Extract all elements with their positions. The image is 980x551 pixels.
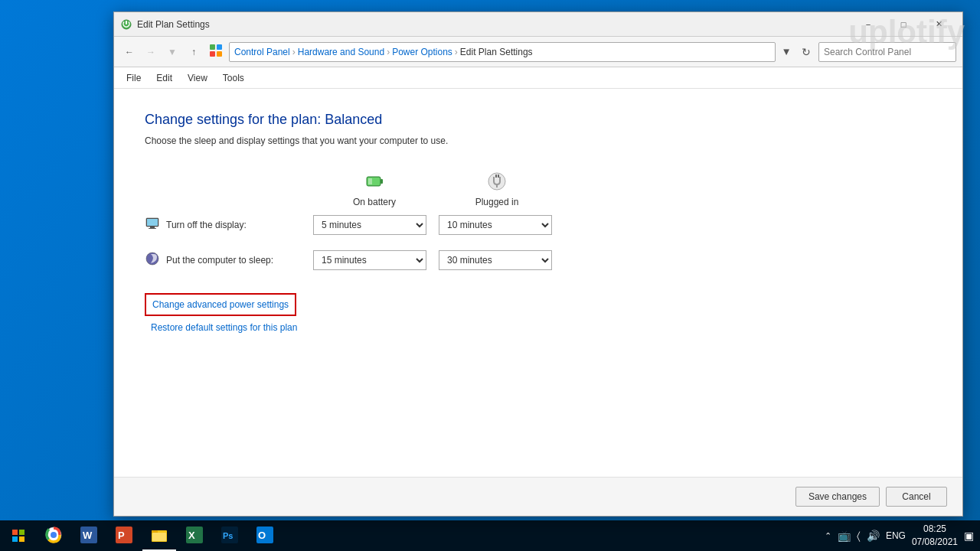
page-title: Change settings for the plan: Balanced (145, 112, 932, 128)
turn-off-display-battery-select[interactable]: 1 minute 2 minutes 5 minutes 10 minutes … (313, 215, 426, 235)
page-subtitle: Choose the sleep and display settings th… (145, 135, 932, 146)
svg-rect-19 (12, 530, 18, 535)
start-button[interactable] (0, 520, 37, 551)
volume-icon[interactable]: 🔊 (867, 530, 880, 542)
chevron-icon[interactable]: ⌃ (825, 531, 831, 541)
taskbar-word[interactable]: W (72, 520, 106, 551)
menu-tools[interactable]: Tools (217, 70, 250, 86)
menu-view[interactable]: View (181, 70, 214, 86)
taskbar-powerpoint[interactable]: P (107, 520, 141, 551)
svg-text:X: X (188, 530, 195, 541)
svg-text:Ps: Ps (223, 531, 233, 540)
svg-rect-16 (150, 227, 155, 228)
svg-rect-2 (210, 44, 215, 50)
save-changes-button[interactable]: Save changes (795, 487, 880, 507)
window-controls: − □ ✕ (851, 12, 956, 37)
svg-rect-22 (19, 536, 24, 542)
menu-bar: File Edit View Tools (114, 67, 962, 89)
svg-rect-21 (12, 536, 18, 542)
svg-rect-15 (147, 219, 158, 226)
window-icon (120, 18, 132, 31)
turn-off-display-text: Turn off the display: (166, 220, 247, 230)
svg-text:O: O (258, 530, 266, 541)
tray-icon-1: 📺 (838, 530, 851, 542)
turn-off-display-row: Turn off the display: 1 minute 2 minutes… (145, 215, 932, 235)
refresh-button[interactable]: ↻ (797, 43, 815, 61)
display-icon (145, 216, 160, 234)
taskbar-excel[interactable]: X (178, 520, 211, 551)
svg-text:W: W (83, 530, 93, 541)
breadcrumb-current: Edit Plan Settings (460, 47, 533, 57)
turn-off-display-plugged-select[interactable]: 1 minute 2 minutes 5 minutes 10 minutes … (439, 215, 552, 235)
maximize-button[interactable]: □ (886, 12, 921, 37)
breadcrumb-power-options[interactable]: Power Options (392, 47, 452, 57)
taskbar-photoshop[interactable]: Ps (213, 520, 247, 551)
language-indicator[interactable]: ENG (886, 530, 906, 541)
svg-rect-1 (126, 21, 127, 24)
edit-plan-settings-window: Edit Plan Settings − □ ✕ ← → ▼ ↑ (113, 11, 963, 517)
sleep-battery-select[interactable]: 1 minute 5 minutes 10 minutes 15 minutes… (313, 250, 426, 270)
svg-point-25 (51, 533, 56, 537)
breadcrumb-control-panel[interactable]: Control Panel (234, 47, 290, 57)
menu-edit[interactable]: Edit (150, 70, 178, 86)
taskbar-clock[interactable]: 08:25 07/08/2021 (912, 523, 958, 549)
menu-file[interactable]: File (120, 70, 147, 86)
search-input[interactable] (824, 47, 951, 57)
taskbar: W P X (0, 520, 980, 551)
column-headers: On battery P (313, 169, 932, 207)
content-area: Change settings for the plan: Balanced C… (114, 89, 962, 477)
advanced-power-settings-link[interactable]: Change advanced power settings (145, 293, 296, 316)
taskbar-outlook[interactable]: O (248, 520, 282, 551)
breadcrumb-dropdown-button[interactable]: ▼ (779, 42, 794, 62)
minimize-button[interactable]: − (851, 12, 886, 37)
svg-rect-7 (381, 179, 383, 184)
plugged-in-header: Plugged in (436, 169, 558, 207)
taskbar-chrome[interactable] (37, 520, 70, 551)
sleep-label: Put the computer to sleep: (145, 251, 313, 269)
breadcrumb: Control Panel › Hardware and Sound › Pow… (229, 42, 776, 62)
taskbar-time: 08:25 (912, 523, 958, 536)
title-bar: Edit Plan Settings − □ ✕ (114, 12, 962, 37)
svg-rect-20 (19, 530, 24, 535)
control-panel-icon (209, 44, 223, 60)
svg-rect-17 (149, 228, 156, 229)
forward-button[interactable]: → (142, 43, 160, 61)
svg-rect-5 (217, 51, 222, 57)
sleep-controls: 1 minute 5 minutes 10 minutes 15 minutes… (313, 250, 552, 270)
notification-icon[interactable]: ▣ (964, 530, 974, 542)
back-button[interactable]: ← (120, 43, 139, 61)
sleep-text: Put the computer to sleep: (166, 255, 273, 266)
svg-rect-12 (498, 174, 499, 178)
sleep-row: Put the computer to sleep: 1 minute 5 mi… (145, 250, 932, 270)
on-battery-label: On battery (353, 197, 396, 207)
restore-defaults-link[interactable]: Restore default settings for this plan (151, 322, 932, 333)
taskbar-icons: W P X (37, 520, 825, 551)
sleep-icon (145, 251, 160, 269)
battery-icon (362, 169, 387, 194)
svg-text:P: P (118, 530, 125, 541)
svg-rect-11 (495, 174, 497, 178)
sleep-plugged-select[interactable]: 1 minute 5 minutes 10 minutes 15 minutes… (439, 250, 552, 270)
svg-rect-9 (368, 178, 372, 184)
svg-rect-4 (210, 51, 215, 57)
window-title: Edit Plan Settings (137, 19, 851, 30)
cancel-button[interactable]: Cancel (886, 487, 947, 507)
svg-rect-3 (217, 44, 222, 50)
taskbar-right: ⌃ 📺 〈 🔊 ENG 08:25 07/08/2021 ▣ (825, 523, 980, 549)
turn-off-display-label: Turn off the display: (145, 216, 313, 234)
footer: Save changes Cancel (114, 477, 962, 516)
recent-locations-button[interactable]: ▼ (163, 43, 181, 61)
up-button[interactable]: ↑ (185, 43, 203, 61)
taskbar-date: 07/08/2021 (912, 536, 958, 549)
taskbar-file-explorer[interactable] (142, 520, 176, 551)
close-button[interactable]: ✕ (921, 12, 956, 37)
search-box[interactable] (818, 42, 956, 62)
address-bar: ← → ▼ ↑ Control Panel › Hardware and Sou… (114, 37, 962, 67)
on-battery-header: On battery (313, 169, 436, 207)
svg-rect-32 (152, 533, 166, 541)
turn-off-display-controls: 1 minute 2 minutes 5 minutes 10 minutes … (313, 215, 552, 235)
breadcrumb-hardware-sound[interactable]: Hardware and Sound (298, 47, 384, 57)
link-section: Change advanced power settings Restore d… (145, 293, 932, 333)
settings-grid: On battery P (145, 169, 932, 333)
plugged-in-label: Plugged in (475, 197, 519, 207)
